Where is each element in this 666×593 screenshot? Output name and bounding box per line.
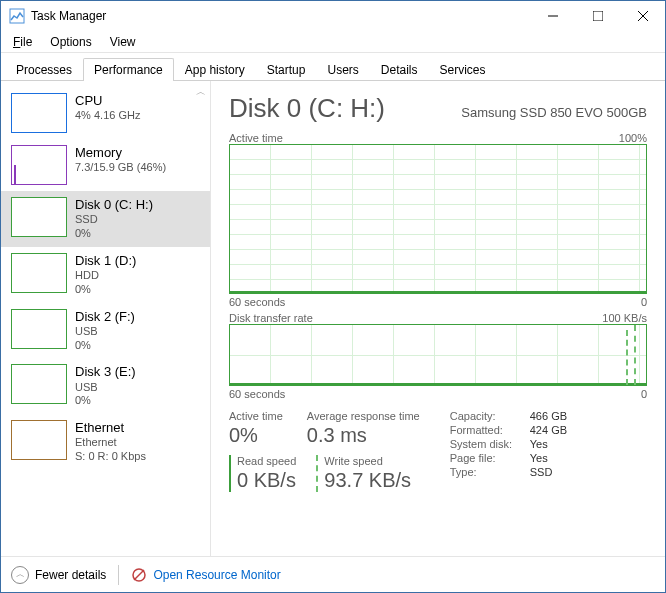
- sidebar-item-ethernet[interactable]: EthernetEthernetS: 0 R: 0 Kbps: [1, 414, 210, 470]
- svg-line-6: [134, 570, 144, 580]
- active-time-chart: [229, 144, 647, 294]
- scroll-up-icon[interactable]: ︿: [196, 85, 206, 99]
- page-title: Disk 0 (C: H:): [229, 93, 385, 124]
- close-button[interactable]: [620, 1, 665, 31]
- resource-monitor-icon: [131, 567, 147, 583]
- disk-thumb: [11, 309, 67, 349]
- window-title: Task Manager: [31, 9, 530, 23]
- tab-performance[interactable]: Performance: [83, 58, 174, 81]
- chart1-xleft: 60 seconds: [229, 296, 285, 308]
- type-value: SSD: [530, 466, 553, 478]
- tab-startup[interactable]: Startup: [256, 58, 317, 81]
- capacity-value: 466 GB: [530, 410, 567, 422]
- chart2-label: Disk transfer rate: [229, 312, 313, 324]
- sidebar-item-label: Disk 1 (D:): [75, 253, 136, 269]
- tabstrip: Processes Performance App history Startu…: [1, 53, 665, 81]
- disk-model: Samsung SSD 850 EVO 500GB: [461, 105, 647, 120]
- read-speed-value: 0 KB/s: [237, 469, 296, 492]
- cpu-thumb: [11, 93, 67, 133]
- chart1-label: Active time: [229, 132, 283, 144]
- active-time-label: Active time: [229, 410, 283, 422]
- tab-app-history[interactable]: App history: [174, 58, 256, 81]
- sysdisk-value: Yes: [530, 438, 548, 450]
- formatted-value: 424 GB: [530, 424, 567, 436]
- sidebar-item-label: Memory: [75, 145, 166, 161]
- sidebar-item-label: CPU: [75, 93, 140, 109]
- avg-response-label: Average response time: [307, 410, 420, 422]
- chevron-up-icon[interactable]: ︿: [11, 566, 29, 584]
- sidebar-item-disk3[interactable]: Disk 3 (E:)USB0%: [1, 358, 210, 414]
- ethernet-thumb: [11, 420, 67, 460]
- sidebar-item-disk1[interactable]: Disk 1 (D:)HDD0%: [1, 247, 210, 303]
- sidebar-item-label: Disk 3 (E:): [75, 364, 136, 380]
- read-speed-label: Read speed: [237, 455, 296, 467]
- menu-options[interactable]: Options: [42, 33, 99, 51]
- chart1-xright: 0: [641, 296, 647, 308]
- minimize-button[interactable]: [530, 1, 575, 31]
- active-time-value: 0%: [229, 424, 283, 447]
- sidebar[interactable]: ︿ CPU4% 4.16 GHz Memory7.3/15.9 GB (46%)…: [1, 81, 211, 556]
- menu-file[interactable]: File: [5, 33, 40, 51]
- tab-users[interactable]: Users: [316, 58, 369, 81]
- app-icon: [9, 8, 25, 24]
- menu-view[interactable]: View: [102, 33, 144, 51]
- memory-thumb: [11, 145, 67, 185]
- open-resource-monitor-link[interactable]: Open Resource Monitor: [153, 568, 280, 582]
- content: ︿ CPU4% 4.16 GHz Memory7.3/15.9 GB (46%)…: [1, 81, 665, 556]
- footer: ︿ Fewer details Open Resource Monitor: [1, 556, 665, 592]
- sidebar-item-label: Ethernet: [75, 420, 146, 436]
- tab-details[interactable]: Details: [370, 58, 429, 81]
- chart2-xleft: 60 seconds: [229, 388, 285, 400]
- maximize-button[interactable]: [575, 1, 620, 31]
- main-panel: Disk 0 (C: H:) Samsung SSD 850 EVO 500GB…: [211, 81, 665, 556]
- avg-response-value: 0.3 ms: [307, 424, 420, 447]
- disk-thumb: [11, 253, 67, 293]
- chart1-max: 100%: [619, 132, 647, 144]
- fewer-details-button[interactable]: Fewer details: [35, 568, 106, 582]
- pagefile-value: Yes: [530, 452, 548, 464]
- tab-processes[interactable]: Processes: [5, 58, 83, 81]
- menubar: File Options View: [1, 31, 665, 53]
- disk-info: Capacity:466 GB Formatted:424 GB System …: [450, 410, 567, 492]
- divider: [118, 565, 119, 585]
- write-speed-value: 93.7 KB/s: [324, 469, 411, 492]
- sidebar-item-cpu[interactable]: CPU4% 4.16 GHz: [1, 87, 210, 139]
- disk-thumb: [11, 197, 67, 237]
- sidebar-item-disk2[interactable]: Disk 2 (F:)USB0%: [1, 303, 210, 359]
- svg-rect-2: [593, 11, 603, 21]
- chart2-xright: 0: [641, 388, 647, 400]
- chart2-max: 100 KB/s: [602, 312, 647, 324]
- tab-services[interactable]: Services: [429, 58, 497, 81]
- titlebar: Task Manager: [1, 1, 665, 31]
- disk-thumb: [11, 364, 67, 404]
- sidebar-item-label: Disk 0 (C: H:): [75, 197, 153, 213]
- sidebar-item-label: Disk 2 (F:): [75, 309, 135, 325]
- sidebar-item-memory[interactable]: Memory7.3/15.9 GB (46%): [1, 139, 210, 191]
- transfer-rate-chart: [229, 324, 647, 386]
- sidebar-item-disk0[interactable]: Disk 0 (C: H:)SSD0%: [1, 191, 210, 247]
- write-speed-label: Write speed: [324, 455, 411, 467]
